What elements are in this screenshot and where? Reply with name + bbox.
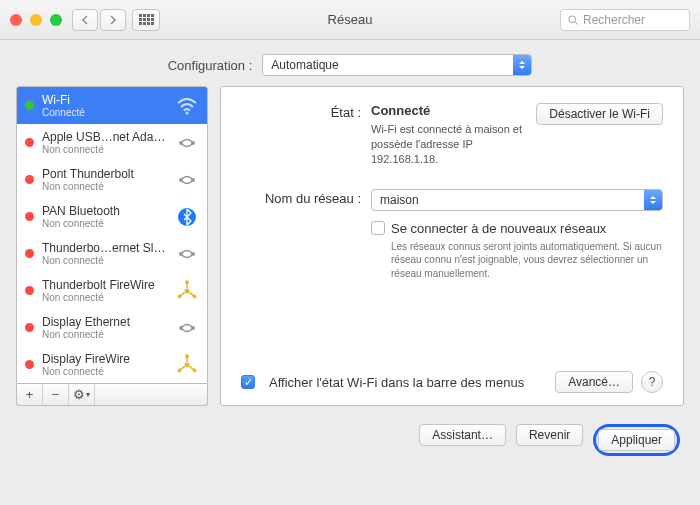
window-footer: Assistant… Revenir Appliquer [0, 418, 700, 470]
service-status: Non connecté [42, 144, 167, 155]
firewire-icon [175, 279, 199, 303]
status-label: État : [241, 103, 361, 167]
service-name: Wi-Fi [42, 93, 167, 107]
nav-buttons [72, 9, 126, 31]
sidebar-item[interactable]: Wi-Fi Connecté [17, 87, 207, 124]
sidebar-item[interactable]: PAN Bluetooth Non connecté [17, 198, 207, 235]
firewire-icon [175, 353, 199, 377]
service-name: Display Ethernet [42, 315, 167, 329]
sidebar-item[interactable]: Display FireWire Non connecté [17, 346, 207, 383]
add-service-button[interactable]: + [17, 384, 43, 405]
bluetooth-icon [175, 205, 199, 229]
svg-point-25 [178, 369, 180, 371]
sidebar-item[interactable]: Display Ethernet Non connecté [17, 309, 207, 346]
search-input[interactable]: Rechercher [560, 9, 690, 31]
status-dot [25, 286, 34, 295]
svg-point-10 [185, 288, 190, 293]
service-status: Non connecté [42, 181, 167, 192]
svg-point-23 [193, 369, 195, 371]
join-new-networks-checkbox[interactable] [371, 221, 385, 235]
remove-service-button[interactable]: − [43, 384, 69, 405]
chevron-right-icon [109, 15, 117, 25]
svg-point-0 [569, 15, 576, 22]
revert-button[interactable]: Revenir [516, 424, 583, 446]
ethernet-icon [175, 168, 199, 192]
detail-footer: Afficher l'état Wi-Fi dans la barre des … [241, 371, 663, 393]
titlebar: Réseau Rechercher [0, 0, 700, 40]
network-name-select[interactable]: maison [371, 189, 663, 211]
svg-line-1 [575, 22, 577, 24]
service-status: Non connecté [42, 218, 167, 229]
turn-wifi-off-button[interactable]: Désactiver le Wi-Fi [536, 103, 663, 125]
join-new-networks-label: Se connecter à de nouveaux réseaux [391, 221, 606, 236]
service-status: Connecté [42, 107, 167, 118]
svg-point-12 [186, 281, 188, 283]
ethernet-icon [175, 131, 199, 155]
configuration-select[interactable]: Automatique [262, 54, 532, 76]
assistant-button[interactable]: Assistant… [419, 424, 506, 446]
list-toolbar: + − ⚙▾ [16, 384, 208, 406]
window-controls [10, 14, 62, 26]
status-dot [25, 175, 34, 184]
service-name: Thunderbolt FireWire [42, 278, 167, 292]
status-dot [25, 360, 34, 369]
search-placeholder: Rechercher [583, 13, 645, 27]
back-button[interactable] [72, 9, 98, 31]
svg-point-21 [186, 355, 188, 357]
apply-button[interactable]: Appliquer [598, 429, 675, 451]
status-dot [25, 249, 34, 258]
status-dot [25, 323, 34, 332]
ethernet-icon [175, 242, 199, 266]
detail-panel: État : Connecté Wi-Fi est connecté à mai… [220, 86, 684, 406]
service-status: Non connecté [42, 292, 167, 303]
show-all-button[interactable] [132, 9, 160, 31]
apply-highlight: Appliquer [593, 424, 680, 456]
sidebar: Wi-Fi Connecté Apple USB…net Adapter Non… [16, 86, 208, 406]
main-area: Wi-Fi Connecté Apple USB…net Adapter Non… [0, 86, 700, 418]
service-actions-button[interactable]: ⚙▾ [69, 384, 95, 405]
svg-point-16 [178, 295, 180, 297]
sidebar-item[interactable]: Thunderbolt FireWire Non connecté [17, 272, 207, 309]
sidebar-item[interactable]: Pont Thunderbolt Non connecté [17, 161, 207, 198]
service-status: Non connecté [42, 255, 167, 266]
grid-icon [139, 14, 154, 25]
minimize-button[interactable] [30, 14, 42, 26]
show-wifi-menu-label: Afficher l'état Wi-Fi dans la barre des … [269, 375, 547, 390]
status-dot [25, 138, 34, 147]
gear-icon: ⚙ [73, 387, 85, 402]
sidebar-item[interactable]: Apple USB…net Adapter Non connecté [17, 124, 207, 161]
status-value: Connecté [371, 103, 526, 118]
help-button[interactable]: ? [641, 371, 663, 393]
forward-button[interactable] [100, 9, 126, 31]
service-name: Thunderbo…ernet Slot 2 [42, 241, 167, 255]
sidebar-item[interactable]: Thunderbo…ernet Slot 2 Non connecté [17, 235, 207, 272]
network-name-label: Nom du réseau : [241, 189, 361, 281]
show-wifi-menu-checkbox[interactable] [241, 375, 255, 389]
chevron-left-icon [81, 15, 89, 25]
service-list[interactable]: Wi-Fi Connecté Apple USB…net Adapter Non… [16, 86, 208, 384]
service-name: Apple USB…net Adapter [42, 130, 167, 144]
svg-point-2 [186, 111, 189, 114]
service-status: Non connecté [42, 329, 167, 340]
status-dot [25, 101, 34, 110]
ethernet-icon [175, 316, 199, 340]
service-name: Display FireWire [42, 352, 167, 366]
join-new-networks-hint: Les réseaux connus seront joints automat… [391, 240, 663, 281]
configuration-row: Configuration : Automatique [0, 40, 700, 86]
svg-point-14 [193, 295, 195, 297]
service-name: Pont Thunderbolt [42, 167, 167, 181]
stepper-icon [513, 55, 531, 75]
network-name-value: maison [380, 193, 419, 207]
search-icon [567, 14, 579, 26]
configuration-label: Configuration : [168, 58, 253, 73]
configuration-value: Automatique [271, 58, 338, 72]
status-dot [25, 212, 34, 221]
advanced-button[interactable]: Avancé… [555, 371, 633, 393]
zoom-button[interactable] [50, 14, 62, 26]
service-name: PAN Bluetooth [42, 204, 167, 218]
chevron-down-icon: ▾ [86, 390, 90, 399]
service-status: Non connecté [42, 366, 167, 377]
status-description: Wi-Fi est connecté à maison et possède l… [371, 122, 526, 167]
svg-point-19 [185, 362, 190, 367]
close-button[interactable] [10, 14, 22, 26]
